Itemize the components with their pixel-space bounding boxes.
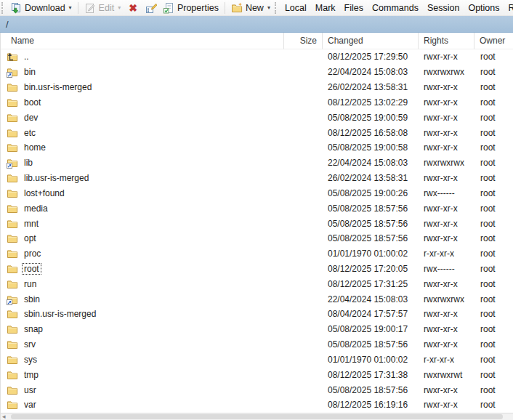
folder-icon <box>7 323 18 335</box>
file-rights: rwxrwxrwx <box>419 294 474 304</box>
edit-caret-icon[interactable]: ▾ <box>118 4 121 11</box>
file-row[interactable]: root 08/12/2025 17:20:05 rwx------ root <box>1 262 513 277</box>
file-name-cell: opt <box>1 233 284 244</box>
file-rights: rwxr-xr-x <box>419 324 474 334</box>
file-owner: root <box>474 82 513 92</box>
new-caret-icon[interactable]: ▾ <box>267 4 270 11</box>
file-row[interactable]: home 05/08/2025 19:00:58 rwxr-xr-x root <box>1 140 513 156</box>
menu-mark[interactable]: Mark <box>311 1 340 15</box>
toolbar-gripper[interactable] <box>1 2 5 14</box>
file-row[interactable]: run 08/12/2025 17:31:25 rwxr-xr-x root <box>1 276 513 291</box>
file-rights: rwxr-xr-x <box>419 203 474 214</box>
menu-remote[interactable]: Remote <box>504 1 513 15</box>
file-owner: root <box>474 142 513 153</box>
file-row[interactable]: var 08/12/2025 16:19:16 rwxr-xr-x root <box>1 397 513 413</box>
folder-icon <box>7 97 18 108</box>
file-row[interactable]: etc 08/12/2025 16:58:08 rwxr-xr-x root <box>1 125 513 140</box>
file-row[interactable]: bin.usr-is-merged 26/02/2024 13:58:31 rw… <box>1 80 513 95</box>
folder-symlink-icon <box>7 294 18 305</box>
file-name-cell: lib.usr-is-merged <box>1 172 284 184</box>
file-row[interactable]: sbin.usr-is-merged 08/04/2024 17:57:57 r… <box>1 307 513 322</box>
file-name-cell: dev <box>1 112 284 124</box>
file-name: sbin <box>23 294 41 304</box>
menu-files[interactable]: Files <box>340 1 368 15</box>
file-row[interactable]: snap 05/08/2025 19:00:17 rwxr-xr-x root <box>1 322 513 337</box>
rename-button[interactable] <box>142 1 160 15</box>
current-path: / <box>6 19 9 30</box>
column-header-owner[interactable]: Owner <box>474 33 513 49</box>
column-header-rights[interactable]: Rights <box>419 33 474 49</box>
menubar-gripper[interactable] <box>275 2 278 14</box>
file-owner: root <box>474 385 513 395</box>
file-row[interactable]: .. 08/12/2025 17:29:50 rwxr-xr-x root <box>1 49 513 65</box>
file-rights: rwxr-xr-x <box>419 233 474 243</box>
menu-commands[interactable]: Commands <box>368 1 423 15</box>
column-header-changed[interactable]: Changed <box>323 33 419 49</box>
file-changed: 05/08/2025 19:00:58 <box>323 142 419 153</box>
column-header-size[interactable]: Size <box>284 33 323 49</box>
file-name-cell: etc <box>1 127 284 139</box>
file-row[interactable]: media 05/08/2025 18:57:56 rwxr-xr-x root <box>1 201 513 216</box>
folder-icon <box>7 278 18 290</box>
folder-icon <box>7 218 18 230</box>
properties-button[interactable]: Properties <box>160 1 222 15</box>
file-row[interactable]: lib.usr-is-merged 26/02/2024 13:58:31 rw… <box>1 171 513 186</box>
file-row[interactable]: mnt 05/08/2025 18:57:56 rwxr-xr-x root <box>1 216 513 231</box>
file-owner: root <box>474 113 513 123</box>
menu-session[interactable]: Session <box>423 1 464 15</box>
file-row[interactable]: lost+found 05/08/2025 19:00:26 rwx------… <box>1 185 513 201</box>
file-owner: root <box>474 400 513 410</box>
edit-button[interactable]: Edit ▾ <box>81 1 124 15</box>
file-changed: 05/08/2025 19:00:26 <box>323 188 419 198</box>
delete-button[interactable]: ✖ <box>124 1 142 15</box>
file-row[interactable]: dev 05/08/2025 19:00:59 rwxr-xr-x root <box>1 110 513 125</box>
file-row[interactable]: sbin 22/04/2024 15:08:03 rwxrwxrwx root <box>1 291 513 307</box>
file-list: .. 08/12/2025 17:29:50 rwxr-xr-x root <box>1 49 513 413</box>
menu-options[interactable]: Options <box>464 1 504 15</box>
file-changed: 08/12/2025 16:19:16 <box>323 400 419 410</box>
new-button[interactable]: New ▾ <box>228 1 273 15</box>
file-changed: 05/08/2025 18:57:56 <box>323 203 419 214</box>
scrollbar-thumb[interactable] <box>11 414 503 419</box>
file-row[interactable]: opt 05/08/2025 18:57:56 rwxr-xr-x root <box>1 231 513 246</box>
folder-icon <box>7 203 18 214</box>
file-rights: rwx------ <box>419 264 474 274</box>
download-caret-icon[interactable]: ▾ <box>69 4 72 11</box>
column-header-name[interactable]: Name <box>1 33 284 49</box>
new-label: New <box>246 3 264 13</box>
file-changed: 08/12/2025 17:29:50 <box>323 52 419 62</box>
file-rights: rwxr-xr-x <box>419 279 474 289</box>
symlink-overlay-icon <box>7 157 18 169</box>
symlink-overlay-icon <box>7 294 18 305</box>
file-name: sbin.usr-is-merged <box>23 309 97 319</box>
folder-icon <box>7 81 18 93</box>
download-button[interactable]: Download ▾ <box>7 1 75 15</box>
file-rights: rwxr-xr-x <box>419 309 474 319</box>
file-row[interactable]: sys 01/01/1970 01:00:02 r-xr-xr-x root <box>1 352 513 368</box>
file-name: srv <box>23 339 37 350</box>
file-name: .. <box>23 52 31 62</box>
file-row[interactable]: tmp 08/12/2025 17:31:38 rwxrwxrwt root <box>1 367 513 382</box>
file-name-cell: lib <box>1 157 284 169</box>
folder-symlink-icon <box>7 66 18 78</box>
file-owner: root <box>474 370 513 380</box>
file-row[interactable]: boot 08/12/2025 13:02:29 rwxr-xr-x root <box>1 94 513 110</box>
folder-icon <box>7 112 18 124</box>
file-owner: root <box>474 324 513 334</box>
file-row[interactable]: usr 05/08/2025 18:57:56 rwxr-xr-x root <box>1 382 513 397</box>
file-row[interactable]: lib 22/04/2024 15:08:03 rwxrwxrwx root <box>1 156 513 171</box>
path-bar[interactable]: / <box>0 16 513 33</box>
file-name-cell: tmp <box>1 369 284 381</box>
file-row[interactable]: bin 22/04/2024 15:08:03 rwxrwxrwx root <box>1 65 513 80</box>
file-row[interactable]: srv 05/08/2025 18:57:56 rwxr-xr-x root <box>1 337 513 352</box>
file-name: etc <box>23 128 37 138</box>
folder-icon <box>7 233 18 244</box>
file-rights: rwxr-xr-x <box>419 52 474 62</box>
file-name-cell: .. <box>1 51 284 62</box>
folder-symlink-icon <box>7 157 18 169</box>
scroll-left-arrow-icon[interactable]: ◂ <box>2 413 6 420</box>
file-owner: root <box>474 355 513 365</box>
file-row[interactable]: proc 01/01/1970 01:00:02 r-xr-xr-x root <box>1 246 513 262</box>
horizontal-scrollbar[interactable]: ◂ <box>1 413 513 420</box>
menu-local[interactable]: Local <box>280 1 311 15</box>
